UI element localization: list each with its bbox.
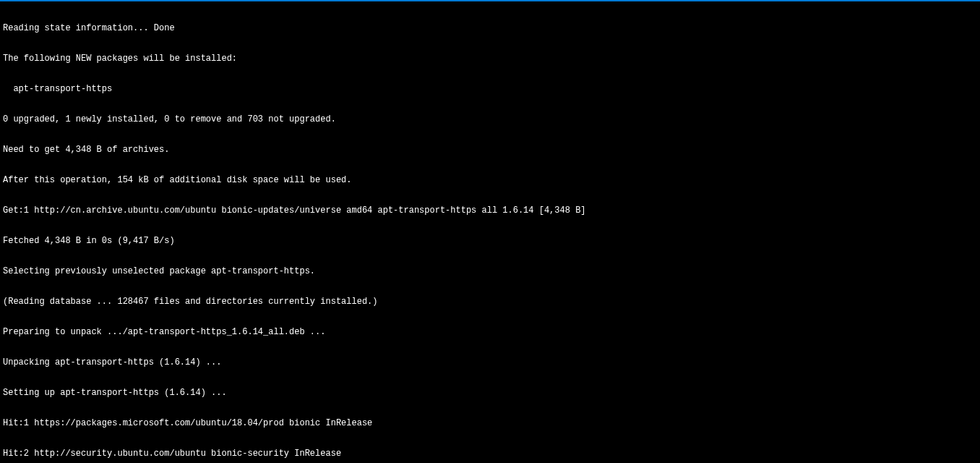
terminal-line: 0 upgraded, 1 newly installed, 0 to remo… (3, 114, 977, 124)
terminal-output[interactable]: Reading state information... Done The fo… (0, 1, 980, 463)
terminal-line: Hit:1 https://packages.microsoft.com/ubu… (3, 418, 977, 428)
terminal-line: apt-transport-https (3, 84, 977, 94)
terminal-line: Preparing to unpack .../apt-transport-ht… (3, 327, 977, 337)
terminal-line: Need to get 4,348 B of archives. (3, 145, 977, 155)
terminal-line: Unpacking apt-transport-https (1.6.14) .… (3, 357, 977, 368)
terminal-line: (Reading database ... 128467 files and d… (3, 297, 977, 307)
terminal-line: Get:1 http://cn.archive.ubuntu.com/ubunt… (3, 205, 977, 216)
terminal-line: Hit:2 http://security.ubuntu.com/ubuntu … (3, 449, 977, 459)
terminal-line: Setting up apt-transport-https (1.6.14) … (3, 388, 977, 398)
terminal-line: Fetched 4,348 B in 0s (9,417 B/s) (3, 236, 977, 246)
terminal-line: Reading state information... Done (3, 23, 977, 33)
terminal-line: Selecting previously unselected package … (3, 266, 977, 276)
terminal-line: After this operation, 154 kB of addition… (3, 175, 977, 185)
terminal-line: The following NEW packages will be insta… (3, 54, 977, 64)
